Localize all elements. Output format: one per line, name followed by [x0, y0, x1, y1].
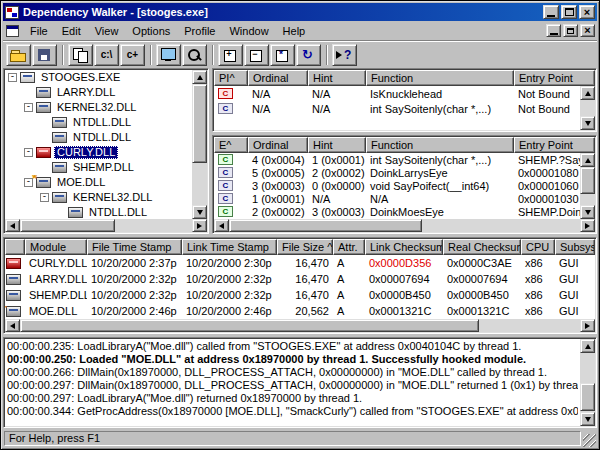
close-button[interactable]: × [579, 5, 595, 19]
export-row[interactable]: C1 (0x0001)N/AN/A0x00001030 [214, 192, 580, 205]
tree-vertical-scrollbar[interactable] [192, 70, 207, 219]
scroll-down-button[interactable] [580, 116, 595, 130]
scrollbar-thumb[interactable] [580, 383, 595, 411]
tree-item[interactable]: SHEMP.DLL [5, 160, 192, 175]
exports-horizontal-scrollbar[interactable] [214, 219, 595, 232]
column-header[interactable]: Ordinal [248, 70, 308, 86]
scroll-down-button[interactable] [192, 205, 207, 219]
expand-all-button[interactable] [218, 44, 243, 66]
module-row[interactable]: CURLY.DLL10/20/2000 2:37p10/20/2000 2:30… [5, 255, 595, 271]
scrollbar-thumb[interactable] [20, 219, 115, 232]
export-row[interactable]: C3 (0x0003)0 (0x0000)void SayPoifect(__i… [214, 179, 580, 192]
app-icon[interactable] [5, 6, 19, 19]
tree-item[interactable]: -MOE.DLL [5, 175, 192, 190]
tree-item[interactable]: -KERNEL32.DLL [5, 100, 192, 115]
menu-item-help[interactable]: Help [276, 23, 313, 39]
scroll-right-button[interactable] [192, 219, 207, 232]
column-header[interactable]: Entry Point [514, 70, 595, 86]
exports-vertical-scrollbar[interactable] [580, 153, 595, 219]
collapse-toggle[interactable]: - [24, 103, 33, 112]
column-header[interactable]: Ordinal [248, 137, 308, 153]
column-header[interactable]: E^ [214, 137, 248, 153]
scroll-up-button[interactable] [580, 86, 595, 100]
column-header[interactable] [5, 239, 25, 255]
module-row[interactable]: MOE.DLL10/20/2000 2:46p10/20/2000 2:46p2… [5, 303, 595, 319]
scroll-up-button[interactable] [580, 153, 595, 167]
tree-item[interactable]: NTDLL.DLL [5, 205, 192, 219]
scroll-left-button[interactable] [5, 219, 20, 232]
module-row[interactable]: SHEMP.DLL10/20/2000 2:32p10/20/2000 2:32… [5, 287, 595, 303]
scrollbar-thumb[interactable] [192, 84, 207, 163]
mdi-close-button[interactable]: × [580, 24, 595, 37]
log-line[interactable]: 00:00:00.235: LoadLibraryA("Moe.dll") ca… [7, 340, 578, 353]
export-row[interactable]: C4 (0x0004)1 (0x0001)int SaySoitenly(cha… [214, 153, 580, 166]
scroll-up-button[interactable] [192, 70, 207, 84]
column-header[interactable]: File Time Stamp [87, 239, 182, 255]
log-line[interactable]: 00:00:00.297: LoadLibraryA("Moe.dll") re… [7, 392, 578, 405]
save-button[interactable] [32, 44, 57, 66]
column-header[interactable]: Link Checksum [365, 239, 443, 255]
tree-horizontal-scrollbar[interactable] [5, 219, 207, 232]
column-header[interactable]: Real Checksum [443, 239, 521, 255]
copy-button[interactable] [68, 44, 93, 66]
column-header[interactable]: PI^ [214, 70, 248, 86]
column-header[interactable]: Module [25, 239, 87, 255]
scroll-up-button[interactable] [580, 339, 595, 353]
open-button[interactable] [6, 44, 31, 66]
titlebar[interactable]: Dependency Walker - [stooges.exe] × [3, 3, 597, 21]
log-vertical-scrollbar[interactable] [580, 339, 595, 426]
collapse-all-button[interactable] [244, 44, 269, 66]
column-header[interactable]: Subsystem [555, 239, 595, 255]
tree-item[interactable]: NTDLL.DLL [5, 130, 192, 145]
mdi-restore-button[interactable] [563, 24, 578, 37]
modules-horizontal-scrollbar[interactable] [5, 319, 595, 332]
collapse-toggle[interactable]: - [40, 193, 49, 202]
scrollbar-track[interactable] [20, 319, 580, 332]
tree-item[interactable]: NTDLL.DLL [5, 115, 192, 130]
scrollbar-track[interactable] [192, 84, 207, 205]
scrollbar-thumb[interactable] [580, 167, 595, 194]
menu-item-window[interactable]: Window [222, 23, 275, 39]
undecorate-cpp-button[interactable]: c+ [120, 44, 145, 66]
document-icon[interactable] [6, 25, 19, 37]
scrollbar-track[interactable] [20, 219, 192, 232]
scroll-down-button[interactable] [580, 205, 595, 219]
search-button[interactable] [182, 44, 207, 66]
scroll-left-button[interactable] [214, 219, 229, 232]
import-row[interactable]: CN/AN/AIsKnuckleheadNot Bound [214, 86, 580, 101]
collapse-toggle[interactable]: - [8, 73, 17, 82]
scroll-right-button[interactable] [580, 219, 595, 232]
help-button[interactable] [332, 44, 357, 66]
log-line[interactable]: 00:00:00.297: DllMain(0x18970000, DLL_PR… [7, 379, 578, 392]
log-line[interactable]: 00:00:00.250: Loaded "MOE.DLL" at addres… [7, 353, 578, 366]
view-full-paths-button[interactable]: c:\ [94, 44, 119, 66]
module-row[interactable]: LARRY.DLL10/20/2000 2:32p10/20/2000 2:32… [5, 271, 595, 287]
log-line[interactable]: 00:00:00.266: DllMain(0x18970000, DLL_PR… [7, 366, 578, 379]
column-header[interactable]: Function [366, 137, 514, 153]
column-header[interactable]: Function [366, 70, 514, 86]
mdi-minimize-button[interactable] [546, 24, 561, 37]
refresh-button[interactable] [296, 44, 321, 66]
tree-item[interactable]: LARRY.DLL [5, 85, 192, 100]
scrollbar-thumb[interactable] [20, 319, 479, 332]
scroll-left-button[interactable] [5, 319, 20, 332]
import-row[interactable]: CN/AN/Aint SaySoitenly(char *,...)Not Bo… [214, 101, 580, 116]
scrollbar-thumb[interactable] [229, 219, 422, 232]
resize-grip[interactable] [583, 434, 596, 447]
export-row[interactable]: C5 (0x0005)2 (0x0002)DoinkLarrysEye0x000… [214, 166, 580, 179]
menu-item-options[interactable]: Options [125, 23, 177, 39]
auto-expand-button[interactable] [270, 44, 295, 66]
view-system-info-button[interactable] [156, 44, 181, 66]
collapse-toggle[interactable]: - [24, 148, 33, 157]
column-header[interactable]: Attr. [333, 239, 365, 255]
tree-item[interactable]: -STOOGES.EXE [5, 70, 192, 85]
scroll-down-button[interactable] [580, 412, 595, 426]
column-header[interactable]: Link Time Stamp [182, 239, 277, 255]
column-header[interactable]: Hint [308, 137, 366, 153]
column-header[interactable]: File Size ^ [277, 239, 333, 255]
scroll-right-button[interactable] [580, 319, 595, 332]
minimize-button[interactable] [543, 5, 559, 19]
menu-item-view[interactable]: View [88, 23, 126, 39]
column-header[interactable]: CPU [521, 239, 555, 255]
maximize-button[interactable] [561, 5, 577, 19]
